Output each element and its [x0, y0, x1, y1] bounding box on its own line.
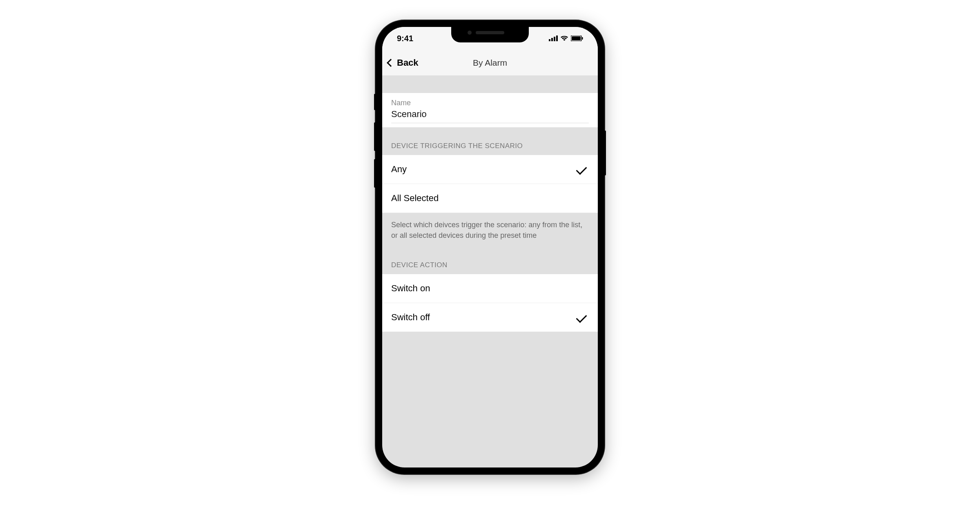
action-option-label: Switch on: [391, 283, 430, 294]
content: Name Scenario DEVICE TRIGGERING THE SCEN…: [382, 76, 598, 332]
trigger-section-footer: Select which deivces trigger the scenari…: [382, 213, 598, 253]
svg-rect-2: [554, 37, 555, 41]
trigger-option-label: Any: [391, 164, 407, 175]
status-time: 9:41: [397, 34, 413, 43]
checkmark-icon: [576, 312, 587, 323]
svg-rect-3: [556, 35, 558, 41]
status-icons: [549, 34, 583, 43]
action-section-header: DEVICE ACTION: [382, 253, 598, 274]
svg-rect-1: [551, 38, 553, 41]
checkmark-icon: [576, 164, 587, 175]
battery-icon: [571, 34, 583, 43]
phone-screen: 9:41 Back By Alarm: [382, 27, 598, 467]
trigger-option-all-selected[interactable]: All Selected: [382, 184, 598, 213]
phone-power-button: [604, 131, 606, 175]
nav-bar: Back By Alarm: [382, 50, 598, 76]
phone-mute-switch: [374, 94, 376, 110]
trigger-option-label: All Selected: [391, 193, 439, 204]
back-label: Back: [397, 58, 419, 68]
cellular-signal-icon: [549, 34, 558, 43]
spacer: [382, 76, 598, 93]
name-field-label: Name: [391, 99, 589, 107]
name-field-value: Scenario: [391, 109, 589, 123]
phone-volume-up: [374, 122, 376, 151]
trigger-option-any[interactable]: Any: [382, 155, 598, 184]
svg-rect-6: [582, 37, 583, 40]
action-option-switch-on[interactable]: Switch on: [382, 274, 598, 303]
svg-rect-0: [549, 39, 550, 41]
back-button[interactable]: Back: [382, 58, 419, 68]
chevron-left-icon: [387, 59, 395, 67]
name-field[interactable]: Name Scenario: [382, 93, 598, 127]
wifi-icon: [560, 34, 568, 43]
svg-rect-5: [572, 36, 581, 40]
trigger-section-header: DEVICE TRIGGERING THE SCENARIO: [382, 127, 598, 155]
action-option-switch-off[interactable]: Switch off: [382, 303, 598, 332]
phone-frame: 9:41 Back By Alarm: [376, 20, 604, 474]
phone-notch: [451, 27, 529, 42]
action-option-label: Switch off: [391, 312, 430, 323]
phone-volume-down: [374, 159, 376, 188]
